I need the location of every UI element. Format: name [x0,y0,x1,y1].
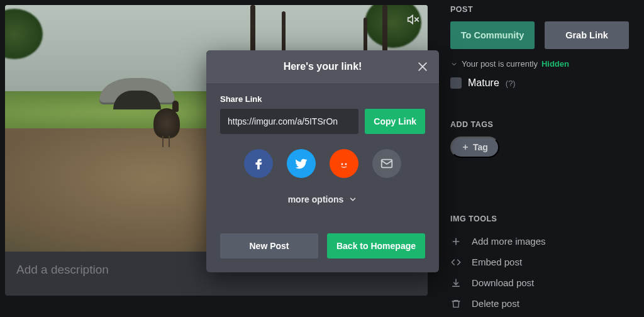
share-facebook-button[interactable] [244,149,273,178]
tags-heading: ADD TAGS [450,120,629,129]
mail-icon [380,157,394,170]
embed-icon [450,257,462,267]
share-link-input[interactable] [220,109,358,134]
status-value: Hidden [541,59,569,69]
share-reddit-button[interactable] [330,149,358,178]
twitter-icon [294,157,308,170]
post-status: Your post is currently Hidden [450,59,629,69]
close-icon[interactable] [413,57,433,77]
grab-link-button[interactable]: Grab Link [545,21,629,49]
post-section: POST To Community Grab Link Your post is… [450,5,629,89]
mature-toggle-row[interactable]: Mature (?) [450,77,629,89]
facebook-icon [252,157,265,170]
chevron-down-icon [348,195,357,204]
download-icon [450,278,462,288]
modal-title: Here's your link! [284,61,362,72]
tool-download-post[interactable]: Download post [450,272,629,293]
mute-icon[interactable] [406,13,420,26]
mature-help[interactable]: (?) [506,79,516,88]
post-heading: POST [450,5,629,14]
share-twitter-button[interactable] [287,149,316,178]
more-options-toggle[interactable]: more options [220,194,425,204]
new-post-button[interactable]: New Post [220,233,318,259]
plus-icon [450,236,462,247]
mature-label: Mature [468,77,499,89]
share-link-modal: Here's your link! Share Link Copy Link [206,50,439,272]
copy-link-button[interactable]: Copy Link [365,109,425,134]
plus-icon [462,143,469,151]
back-to-homepage-button[interactable]: Back to Homepage [327,233,425,259]
tags-section: ADD TAGS Tag [450,120,629,158]
add-tag-button[interactable]: Tag [450,136,499,158]
svg-point-9 [341,164,343,165]
trash-icon [450,299,462,309]
tool-delete-post[interactable]: Delete post [450,293,629,314]
to-community-button[interactable]: To Community [450,21,535,49]
mature-checkbox[interactable] [450,77,462,89]
description-placeholder: Add a description [16,263,109,276]
svg-point-10 [345,164,347,165]
tools-section: IMG TOOLS Add more images Embed post Dow… [450,214,629,314]
reddit-icon [336,156,352,171]
tools-heading: IMG TOOLS [450,214,629,223]
tool-add-more-images[interactable]: Add more images [450,231,629,252]
share-email-button[interactable] [372,149,401,178]
share-link-label: Share Link [220,94,425,104]
tool-embed-post[interactable]: Embed post [450,252,629,272]
